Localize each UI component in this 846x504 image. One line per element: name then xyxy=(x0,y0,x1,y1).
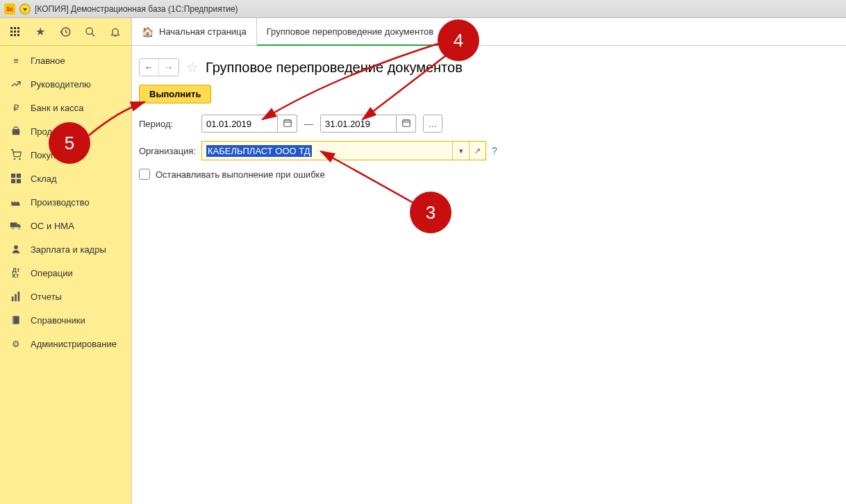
sidebar-item-bank[interactable]: ₽Банк и касса xyxy=(0,96,131,119)
svg-rect-17 xyxy=(17,179,21,183)
sidebar-item-sales[interactable]: Продажи xyxy=(0,119,131,143)
sidebar-item-hr[interactable]: Зарплата и кадры xyxy=(0,237,131,261)
org-dropdown-button[interactable]: ▾ xyxy=(452,142,469,160)
svg-rect-7 xyxy=(14,34,16,36)
window-titlebar: 1c [КОПИЯ] Демонстрационная база (1С:Пре… xyxy=(0,0,846,18)
sidebar-item-catalogs[interactable]: Справочники xyxy=(0,308,131,332)
sidebar-item-label: Справочники xyxy=(31,315,85,326)
svg-rect-8 xyxy=(17,34,19,36)
tab-home[interactable]: 🏠 Начальная страница xyxy=(132,18,257,45)
period-row: Период: — … xyxy=(139,115,839,133)
app-logo-icon: 1c xyxy=(4,3,15,15)
book-icon xyxy=(10,314,22,326)
date-from-input[interactable] xyxy=(201,115,278,133)
star-icon[interactable]: ★ xyxy=(33,25,47,39)
svg-rect-18 xyxy=(10,223,17,228)
org-row: Организация: КАБЕЛЬПЛАСТ ООО ТД ▾ ↗ ? xyxy=(139,141,839,160)
forward-button[interactable]: → xyxy=(159,59,179,76)
sidebar-item-assets[interactable]: ОС и НМА xyxy=(0,214,131,237)
org-field-wrap: КАБЕЛЬПЛАСТ ООО ТД ▾ ↗ xyxy=(201,141,486,160)
svg-rect-6 xyxy=(10,34,13,36)
sidebar-item-label: Отчеты xyxy=(31,292,62,302)
stop-on-error-label: Останавливать выполнение при ошибке xyxy=(156,169,325,180)
sidebar-item-label: Покупки xyxy=(31,150,65,160)
svg-rect-3 xyxy=(10,31,13,33)
tab-reposting[interactable]: Групповое перепроведение документов × xyxy=(257,18,456,45)
home-icon: 🏠 xyxy=(142,26,154,37)
svg-point-10 xyxy=(86,28,92,34)
history-icon[interactable] xyxy=(58,25,72,39)
titlebar-dropdown-icon[interactable] xyxy=(19,3,31,15)
back-button[interactable]: ← xyxy=(140,59,159,76)
sidebar-item-production[interactable]: Производство xyxy=(0,190,131,214)
sidebar-item-label: Склад xyxy=(31,174,57,184)
grid-icon xyxy=(10,172,22,185)
sidebar-item-label: Производство xyxy=(31,197,90,208)
period-dash: — xyxy=(304,119,313,129)
svg-rect-16 xyxy=(11,179,15,183)
svg-line-11 xyxy=(92,33,94,36)
svg-rect-22 xyxy=(12,296,14,301)
bars-icon xyxy=(10,290,22,303)
calendar-from-button[interactable] xyxy=(278,115,297,133)
svg-rect-5 xyxy=(17,31,19,33)
close-icon[interactable]: × xyxy=(439,26,445,37)
nav-back-forward: ← → xyxy=(139,58,179,76)
sidebar-toolbar: ★ xyxy=(0,18,131,46)
person-icon xyxy=(10,243,22,255)
sidebar-item-reports[interactable]: Отчеты xyxy=(0,285,131,308)
sidebar-item-manager[interactable]: Руководителю xyxy=(0,72,131,96)
date-to-input[interactable] xyxy=(320,115,397,133)
svg-rect-24 xyxy=(18,292,20,301)
chart-line-icon xyxy=(10,78,22,90)
dtkt-icon: ДтКт xyxy=(10,267,22,279)
svg-rect-2 xyxy=(17,27,19,29)
org-label: Организация: xyxy=(139,146,201,156)
org-input[interactable]: КАБЕЛЬПЛАСТ ООО ТД xyxy=(202,146,452,156)
cart-icon xyxy=(10,149,22,161)
favorite-star-icon[interactable]: ☆ xyxy=(186,59,199,76)
ruble-icon: ₽ xyxy=(10,101,22,114)
form-body: Выполнить Период: — … Организация: КАБЕЛ… xyxy=(132,85,846,180)
sidebar-item-label: Зарплата и кадры xyxy=(31,244,106,255)
period-label: Период: xyxy=(139,119,201,129)
apps-icon[interactable] xyxy=(8,25,22,39)
svg-rect-25 xyxy=(13,316,14,324)
sidebar-item-label: Администрирование xyxy=(31,339,117,349)
menu-icon: ≡ xyxy=(10,54,22,67)
sidebar-item-label: Продажи xyxy=(31,126,68,137)
bag-icon xyxy=(10,125,22,137)
sidebar-item-label: ОС и НМА xyxy=(31,221,74,231)
page-header: ← → ☆ Групповое перепроведение документо… xyxy=(132,46,846,85)
svg-point-21 xyxy=(14,245,18,249)
org-open-button[interactable]: ↗ xyxy=(469,142,486,160)
truck-icon xyxy=(10,219,22,232)
search-icon[interactable] xyxy=(83,25,97,39)
help-icon[interactable]: ? xyxy=(492,145,497,156)
tab-label: Начальная страница xyxy=(159,26,247,37)
content-area: 🏠 Начальная страница Групповое перепрове… xyxy=(132,18,846,504)
sidebar-item-admin[interactable]: ⚙Администрирование xyxy=(0,332,131,355)
sidebar-item-label: Руководителю xyxy=(31,79,91,90)
sidebar: ★ ≡Главное Руководителю ₽Банк и касса Пр… xyxy=(0,18,132,504)
svg-point-12 xyxy=(14,158,15,159)
svg-rect-1 xyxy=(14,27,16,29)
stop-on-error-row: Останавливать выполнение при ошибке xyxy=(139,169,839,180)
calendar-to-button[interactable] xyxy=(397,115,416,133)
sidebar-item-label: Банк и касса xyxy=(31,103,84,113)
stop-on-error-checkbox[interactable] xyxy=(139,169,150,180)
bell-icon[interactable] xyxy=(108,25,122,39)
sidebar-item-main[interactable]: ≡Главное xyxy=(0,49,131,72)
svg-rect-30 xyxy=(402,119,410,126)
svg-point-13 xyxy=(19,158,20,159)
svg-rect-15 xyxy=(17,174,21,178)
sidebar-item-stock[interactable]: Склад xyxy=(0,167,131,190)
execute-button[interactable]: Выполнить xyxy=(139,85,211,103)
svg-rect-4 xyxy=(14,31,16,33)
period-more-button[interactable]: … xyxy=(423,115,442,133)
nav-list: ≡Главное Руководителю ₽Банк и касса Прод… xyxy=(0,46,131,358)
sidebar-item-operations[interactable]: ДтКтОперации xyxy=(0,261,131,285)
factory-icon xyxy=(10,196,22,208)
window-title: [КОПИЯ] Демонстрационная база (1С:Предпр… xyxy=(35,4,238,14)
sidebar-item-purchases[interactable]: Покупки xyxy=(0,143,131,167)
